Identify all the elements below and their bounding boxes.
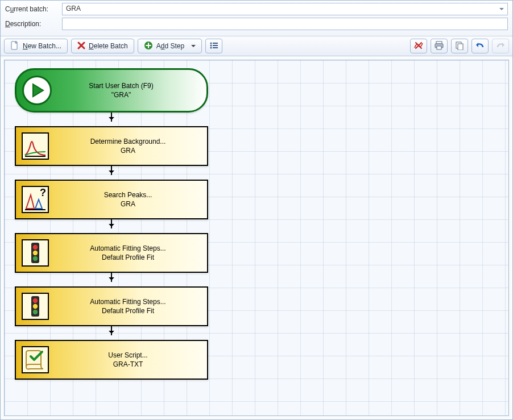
peak-background-icon	[22, 132, 49, 160]
script-icon	[22, 346, 49, 373]
svg-point-4	[210, 44, 212, 46]
connector	[15, 166, 208, 180]
flow-canvas[interactable]: Start User Batch (F9) "GRA" Determine Ba…	[4, 60, 509, 416]
step-user-script[interactable]: User Script... GRA-TXT	[15, 340, 208, 380]
current-batch-combo[interactable]: GRA	[62, 3, 508, 15]
step-title: Automatic Fitting Steps...	[55, 297, 201, 306]
copy-button[interactable]	[451, 39, 468, 53]
svg-point-24	[33, 310, 38, 314]
redo-button[interactable]	[492, 39, 509, 53]
step-title: Automatic Fitting Steps...	[55, 244, 201, 253]
chevron-down-icon	[191, 45, 196, 49]
step-search-peaks[interactable]: ? Search Peaks... GRA	[15, 180, 208, 219]
redo-icon	[495, 41, 506, 51]
label-description: Description:	[5, 20, 62, 28]
svg-point-20	[33, 256, 38, 261]
form-area: Current batch: GRA Description:	[1, 1, 512, 36]
undo-button[interactable]	[471, 39, 489, 53]
step-title: Search Peaks...	[55, 190, 201, 199]
step-sub: GRA-TXT	[55, 360, 201, 369]
svg-point-2	[210, 42, 212, 44]
svg-point-22	[33, 298, 38, 303]
row-description: Description:	[5, 18, 508, 30]
peak-search-icon: ?	[22, 186, 49, 213]
flow: Start User Batch (F9) "GRA" Determine Ba…	[5, 60, 508, 388]
svg-rect-12	[458, 44, 463, 50]
add-step-button[interactable]: Add Step	[138, 39, 202, 53]
start-node-text: Start User Batch (F9) "GRA"	[59, 81, 206, 99]
printer-icon	[435, 41, 444, 52]
current-batch-value: GRA	[66, 5, 81, 13]
new-file-icon	[10, 41, 19, 52]
clear-icon	[413, 41, 424, 52]
connector	[15, 273, 208, 286]
step-list-button[interactable]	[205, 39, 222, 53]
svg-rect-7	[213, 47, 218, 48]
step-sub: Default Profile Fit	[55, 253, 201, 262]
step-sub: Default Profile Fit	[55, 306, 201, 315]
new-batch-button[interactable]: New Batch...	[4, 39, 68, 53]
label-current-batch: Current batch:	[5, 5, 62, 13]
step-sub: GRA	[55, 146, 201, 155]
row-current-batch: Current batch: GRA	[5, 3, 508, 15]
play-icon	[22, 76, 52, 105]
step-determine-background[interactable]: Determine Background... GRA	[15, 126, 208, 166]
undo-icon	[475, 41, 485, 51]
traffic-light-icon	[22, 293, 49, 320]
step-sub: GRA	[55, 199, 201, 209]
connector	[15, 326, 208, 340]
description-input[interactable]	[62, 18, 508, 30]
plus-icon	[144, 41, 153, 52]
svg-rect-3	[213, 43, 218, 44]
step-title: User Script...	[55, 351, 201, 360]
svg-rect-10	[437, 46, 441, 49]
svg-marker-13	[33, 84, 43, 97]
traffic-light-icon	[22, 239, 49, 267]
connector	[15, 113, 208, 126]
x-icon	[77, 41, 85, 51]
toolbar: New Batch... Delete Batch Add Step	[1, 36, 512, 56]
svg-point-6	[210, 47, 212, 48]
start-node[interactable]: Start User Batch (F9) "GRA"	[15, 68, 208, 113]
step-auto-fit-1[interactable]: Automatic Fitting Steps... Default Profi…	[15, 233, 208, 273]
list-icon	[209, 41, 218, 51]
svg-text:?: ?	[40, 187, 46, 198]
step-title: Determine Background...	[55, 137, 201, 146]
svg-point-19	[33, 251, 38, 255]
copy-icon	[455, 41, 464, 52]
svg-point-23	[33, 304, 38, 309]
svg-point-18	[33, 245, 38, 249]
delete-batch-button[interactable]: Delete Batch	[71, 39, 134, 53]
svg-rect-8	[436, 41, 442, 44]
print-button[interactable]	[431, 39, 448, 53]
svg-rect-5	[213, 45, 218, 46]
clear-scans-button[interactable]	[410, 39, 427, 53]
step-auto-fit-2[interactable]: Automatic Fitting Steps... Default Profi…	[15, 286, 208, 326]
connector	[15, 219, 208, 233]
app-window: Current batch: GRA Description: New Batc…	[0, 0, 513, 420]
